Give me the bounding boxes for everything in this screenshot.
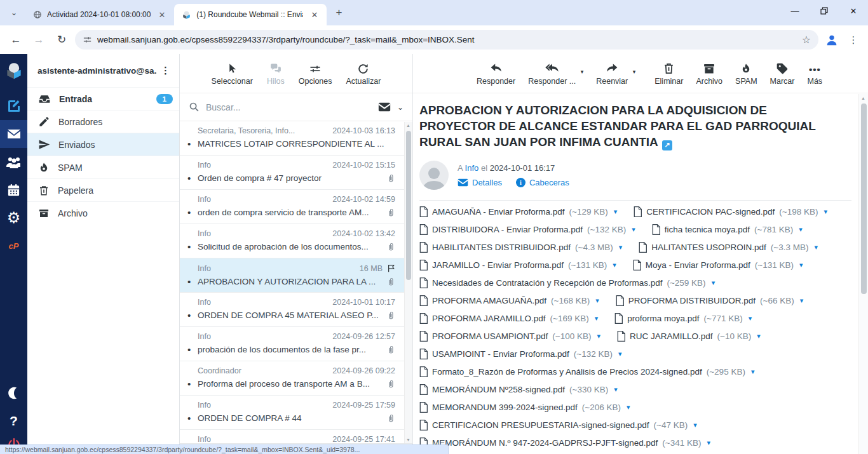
rail-item-mail[interactable] [0,120,27,148]
chevron-down-icon[interactable]: ▾ [581,69,584,75]
refresh-button[interactable]: Actualizar [346,61,381,86]
sidebar-item-borradores[interactable]: Borradores [27,110,179,133]
attachment-item[interactable]: CERTIFICACION PRESUPUESTARIA-signed-sign… [419,420,697,431]
chevron-down-icon[interactable]: ▾ [614,385,618,394]
profile-avatar[interactable] [822,30,841,50]
chevron-down-icon[interactable]: ⌄ [397,103,403,112]
chevron-down-icon[interactable]: ▾ [800,297,804,305]
chevron-down-icon[interactable]: ▾ [799,261,803,269]
attachment-item[interactable]: CERTIFICACION PAC-signed.pdf (~198 KB) ▾ [634,206,827,217]
message-row[interactable]: Info 2024-10-01 10:17 • ORDEN DE COMPRA … [180,293,404,327]
sidebar-item-archivo[interactable]: Archivo [27,201,179,224]
address-bar[interactable]: webmail.sanjuan.gob.ec/cpsess8592294337/… [75,30,818,50]
attachment-item[interactable]: HALITANTES USOPROIN.pdf (~3.3 MB) ▾ [639,242,818,253]
chevron-down-icon[interactable]: ▾ [614,208,618,216]
attachment-item[interactable]: HABILITANTES DISTRIBUIDOR.pdf (~4.3 MB) … [419,242,622,253]
reply-all-button[interactable]: Responder ... ▾ [528,61,576,86]
options-button[interactable]: Opciones [299,61,332,86]
forward-button[interactable]: → [29,30,48,50]
site-settings-icon[interactable] [83,35,92,44]
attachment-item[interactable]: PROFORMA DISTRIBUIDOR.pdf (~66 KB) ▾ [616,295,803,306]
attachment-item[interactable]: USAMPIOINT - Enviar Proforma.pdf (~132 K… [419,349,622,359]
chevron-down-icon[interactable]: ▾ [633,69,636,75]
tab-actividad[interactable]: Actividad 2024-10-01 08:00:00 ✕ [25,4,174,25]
chevron-down-icon[interactable]: ▾ [799,225,803,234]
reply-button[interactable]: Responder [477,61,515,86]
sidebar-item-spam[interactable]: SPAM [27,156,179,178]
attachment-item[interactable]: PROFORMA AMAGUAÑA.pdf (~168 KB) ▾ [419,295,599,306]
scrollbar-thumb[interactable] [861,103,867,294]
minimize-button[interactable]: — [780,0,810,22]
search-scope-mail-icon[interactable] [378,102,391,112]
details-toggle[interactable]: Detalles [458,178,502,187]
attachment-item[interactable]: Moya - Enviar Proforma.pdf (~131 KB) ▾ [633,260,803,270]
message-row[interactable]: Info 2024-10-02 14:59 • orden de compra … [180,190,404,224]
chevron-down-icon[interactable]: ▾ [707,439,710,447]
scroll-down-icon[interactable]: ▼ [406,437,410,442]
content-scrollbar[interactable]: ▲ [858,94,868,454]
attachment-item[interactable]: MEMORÁNDUM N.º 947-2024-GADPRSJ-PJFT-sig… [419,437,710,448]
message-row[interactable]: Coordinador 2024-09-26 09:22 • Proforma … [180,361,404,396]
chevron-down-icon[interactable]: ▾ [712,279,715,287]
rail-item-calendar[interactable] [0,176,27,204]
attachment-item[interactable]: PROFORMA JARAMILLO.pdf (~169 KB) ▾ [419,313,598,324]
attachment-item[interactable]: MEMORÁNDUM Nº258-signed.pdf (~330 KB) ▾ [419,384,618,395]
rail-item-cpanel[interactable]: cP [0,232,27,260]
tab-search-button[interactable]: ⌄ [5,4,23,22]
message-row[interactable]: Info 2024-09-26 12:57 • probación de los… [180,327,404,361]
sidebar-item-enviados[interactable]: Enviados [27,133,179,156]
chevron-down-icon[interactable]: ▾ [814,243,818,251]
scrollbar-thumb[interactable] [406,131,411,280]
list-scrollbar[interactable]: ▲ ▼ [404,122,412,443]
attachment-item[interactable]: proforma moya.pdf (~771 KB) ▾ [614,313,752,324]
chevron-down-icon[interactable]: ▾ [757,332,761,340]
chevron-down-icon[interactable]: ▾ [597,332,600,340]
delete-button[interactable]: Eliminar [654,61,683,86]
chevron-down-icon[interactable]: ▾ [751,368,755,376]
chevron-down-icon[interactable]: ▾ [595,314,599,323]
close-icon[interactable]: ✕ [308,10,320,20]
search-input[interactable] [206,102,372,112]
attachment-item[interactable]: PROFORMA USAMPIONT.pdf (~100 KB) ▾ [419,331,600,342]
chevron-down-icon[interactable]: ▾ [619,243,623,251]
chevron-down-icon[interactable]: ▾ [632,225,635,234]
attachment-item[interactable]: RUC JARAMILLO.pdf (~10 KB) ▾ [617,331,761,342]
message-row[interactable]: Info 16 MB • APROBACION Y AUTORIZACION P… [180,258,404,293]
attachment-item[interactable]: JARAMILLO - Enviar Proforma.pdf (~131 KB… [419,260,616,270]
more-button[interactable]: ••• Más [807,61,822,86]
mark-button[interactable]: Marcar [770,61,795,86]
message-row[interactable]: Secretaria, Tesoreria, Info... 2024-10-0… [180,121,404,156]
bookmark-star-icon[interactable]: ☆ [802,34,811,46]
archive-button[interactable]: Archivo [696,61,722,86]
attachment-item[interactable]: ficha tecnica moya.pdf (~781 KB) ▾ [652,224,803,235]
scroll-up-icon[interactable]: ▲ [861,96,865,100]
message-row[interactable]: Info 2024-10-02 15:15 • Orden de compra … [180,156,404,190]
spam-button[interactable]: SPAM [735,61,757,86]
chevron-down-icon[interactable]: ▾ [824,208,828,216]
rail-item-contacts[interactable] [0,148,27,176]
attachment-item[interactable]: Formato_8_Razón de Proformas y Análisis … [419,366,754,377]
attachment-item[interactable]: MEMORANDUM 399-2024-signed.pdf (~206 KB)… [419,402,630,413]
sidebar-item-papelera[interactable]: Papelera [27,178,179,201]
sidebar-item-entrada[interactable]: Entrada 1 [27,87,179,110]
chevron-down-icon[interactable]: ▾ [613,261,616,269]
attachment-item[interactable]: AMAGUAÑA - Enviar Proforma.pdf (~129 KB)… [419,206,617,217]
restore-button[interactable] [810,0,839,22]
select-button[interactable]: Seleccionar [212,61,253,86]
attachment-item[interactable]: Necesidades de Contratación y Recepción … [419,277,715,288]
message-row[interactable]: Info 2024-09-25 17:59 • ORDEN DE COMPRA … [180,396,404,430]
help-button[interactable]: ? [0,407,27,435]
recipient-link[interactable]: Info [465,163,479,173]
headers-toggle[interactable]: i Cabeceras [516,178,569,187]
external-link-icon[interactable]: ↗ [662,140,672,150]
chevron-down-icon[interactable]: ▾ [627,403,630,411]
message-row[interactable]: Info 2024-10-02 13:42 • Solicitud de apr… [180,224,404,258]
close-icon[interactable]: ✕ [156,10,168,20]
tab-roundcube[interactable]: (1) Roundcube Webmail :: Envia ✕ [174,4,327,25]
compose-button[interactable] [0,92,27,120]
chevron-down-icon[interactable]: ▾ [693,421,697,429]
roundcube-logo[interactable] [0,58,27,83]
back-button[interactable]: ← [6,30,25,50]
scroll-up-icon[interactable]: ▲ [406,123,410,128]
close-window-button[interactable]: ✕ [839,0,868,22]
